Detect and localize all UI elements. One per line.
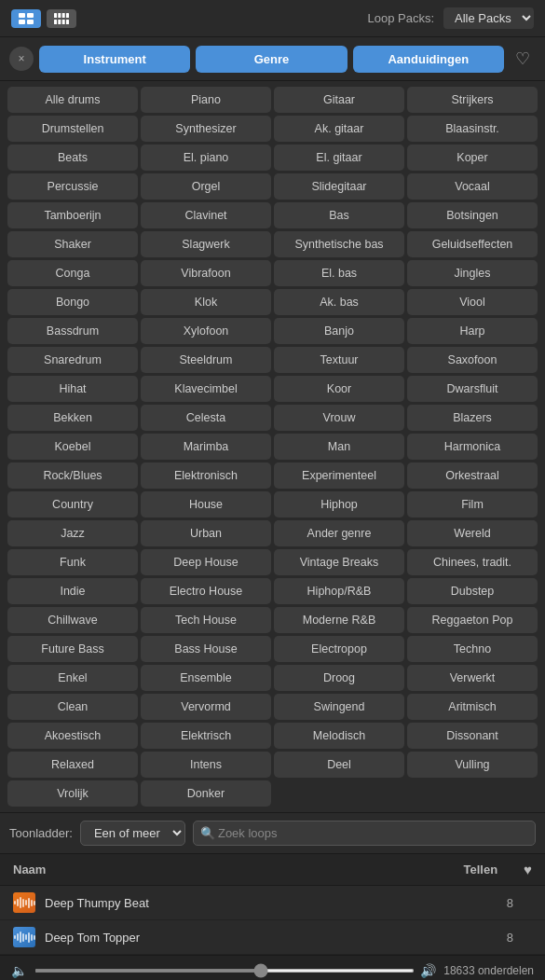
filter-btn-60[interactable]: Jazz <box>7 520 138 546</box>
filter-btn-36[interactable]: Snaredrum <box>7 347 138 373</box>
close-button[interactable]: × <box>9 47 34 71</box>
filter-btn-82[interactable]: Droog <box>274 665 404 691</box>
filter-btn-76[interactable]: Future Bass <box>7 636 138 662</box>
filter-btn-46[interactable]: Vrouw <box>274 405 404 431</box>
filter-btn-71[interactable]: Dubstep <box>407 578 538 604</box>
filter-btn-58[interactable]: Hiphop <box>274 491 404 518</box>
filter-btn-7[interactable]: Blaasinstr. <box>407 116 538 142</box>
filter-btn-24[interactable]: Conga <box>7 260 138 286</box>
filter-btn-94[interactable]: Deel <box>274 752 404 778</box>
volume-slider[interactable] <box>34 969 415 973</box>
filter-btn-51[interactable]: Harmonica <box>407 434 538 460</box>
filter-btn-21[interactable]: Slagwerk <box>141 231 271 257</box>
filter-btn-85[interactable]: Vervormd <box>141 694 271 720</box>
favorites-button[interactable]: ♡ <box>510 45 536 73</box>
filter-btn-8[interactable]: Beats <box>7 145 138 171</box>
filter-btn-75[interactable]: Reggaeton Pop <box>407 607 538 633</box>
filter-btn-48[interactable]: Koebel <box>7 434 138 460</box>
filter-btn-77[interactable]: Bass House <box>141 636 271 662</box>
volume-icon[interactable]: 🔊 <box>420 963 436 978</box>
view-grid-2-button[interactable] <box>11 9 41 28</box>
filter-btn-11[interactable]: Koper <box>407 145 538 171</box>
filter-btn-29[interactable]: Klok <box>141 289 271 315</box>
filter-btn-47[interactable]: Blazers <box>407 405 538 431</box>
filter-btn-35[interactable]: Harp <box>407 318 538 344</box>
scale-select[interactable]: Een of meer <box>80 821 185 846</box>
filter-btn-89[interactable]: Elektrisch <box>141 723 271 749</box>
filter-btn-28[interactable]: Bongo <box>7 289 138 315</box>
filter-btn-23[interactable]: Geluidseffecten <box>407 231 538 257</box>
filter-btn-9[interactable]: El. piano <box>141 145 271 171</box>
filter-btn-14[interactable]: Slidegitaar <box>274 173 404 200</box>
filter-btn-62[interactable]: Ander genre <box>274 520 404 546</box>
filter-btn-96[interactable]: Vrolijk <box>7 780 138 807</box>
filter-btn-38[interactable]: Textuur <box>274 347 404 373</box>
view-grid-4-button[interactable] <box>47 9 76 28</box>
filter-btn-37[interactable]: Steeldrum <box>141 347 271 373</box>
filter-btn-53[interactable]: Elektronisch <box>141 462 271 489</box>
filter-btn-84[interactable]: Clean <box>7 694 138 720</box>
filter-btn-34[interactable]: Banjo <box>274 318 404 344</box>
filter-btn-73[interactable]: Tech House <box>141 607 271 633</box>
filter-btn-15[interactable]: Vocaal <box>407 173 538 200</box>
filter-btn-74[interactable]: Moderne R&B <box>274 607 404 633</box>
filter-btn-2[interactable]: Gitaar <box>274 87 404 113</box>
filter-btn-97[interactable]: Donker <box>141 780 271 807</box>
filter-btn-79[interactable]: Techno <box>407 636 538 662</box>
filter-btn-80[interactable]: Enkel <box>7 665 138 691</box>
filter-btn-43[interactable]: Dwarsfluit <box>407 376 538 402</box>
filter-btn-1[interactable]: Piano <box>141 87 271 113</box>
filter-btn-83[interactable]: Verwerkt <box>407 665 538 691</box>
filter-btn-19[interactable]: Botsingen <box>407 202 538 228</box>
filter-btn-86[interactable]: Swingend <box>274 694 404 720</box>
filter-btn-41[interactable]: Klavecimbel <box>141 376 271 402</box>
filter-btn-18[interactable]: Bas <box>274 202 404 228</box>
filter-btn-55[interactable]: Orkestraal <box>407 462 538 489</box>
filter-btn-50[interactable]: Man <box>274 434 404 460</box>
tab-aanduidingen[interactable]: Aanduidingen <box>353 46 504 73</box>
filter-btn-93[interactable]: Intens <box>141 752 271 778</box>
filter-btn-87[interactable]: Aritmisch <box>407 694 538 720</box>
loop-packs-select[interactable]: Alle Packs <box>443 7 534 29</box>
filter-btn-49[interactable]: Marimba <box>141 434 271 460</box>
filter-btn-39[interactable]: Saxofoon <box>407 347 538 373</box>
filter-btn-10[interactable]: El. gitaar <box>274 145 404 171</box>
filter-btn-20[interactable]: Shaker <box>7 231 138 257</box>
filter-btn-68[interactable]: Indie <box>7 578 138 604</box>
filter-btn-13[interactable]: Orgel <box>141 173 271 200</box>
filter-btn-16[interactable]: Tamboerijn <box>7 202 138 228</box>
filter-btn-27[interactable]: Jingles <box>407 260 538 286</box>
filter-btn-81[interactable]: Ensemble <box>141 665 271 691</box>
filter-btn-56[interactable]: Country <box>7 491 138 518</box>
filter-btn-3[interactable]: Strijkers <box>407 87 538 113</box>
filter-btn-26[interactable]: El. bas <box>274 260 404 286</box>
filter-btn-67[interactable]: Chinees, tradit. <box>407 549 538 575</box>
filter-btn-44[interactable]: Bekken <box>7 405 138 431</box>
tab-instrument[interactable]: Instrument <box>39 46 190 73</box>
mute-icon[interactable]: 🔈 <box>11 963 27 978</box>
filter-btn-95[interactable]: Vulling <box>407 752 538 778</box>
filter-btn-91[interactable]: Dissonant <box>407 723 538 749</box>
list-item[interactable]: Deep Thumpy Beat8 <box>0 886 545 920</box>
filter-btn-40[interactable]: Hihat <box>7 376 138 402</box>
filter-btn-70[interactable]: Hiphop/R&B <box>274 578 404 604</box>
filter-btn-12[interactable]: Percussie <box>7 173 138 200</box>
filter-btn-54[interactable]: Experimenteel <box>274 462 404 489</box>
filter-btn-30[interactable]: Ak. bas <box>274 289 404 315</box>
filter-btn-31[interactable]: Viool <box>407 289 538 315</box>
filter-btn-59[interactable]: Film <box>407 491 538 518</box>
filter-btn-17[interactable]: Clavinet <box>141 202 271 228</box>
filter-btn-92[interactable]: Relaxed <box>7 752 138 778</box>
filter-btn-25[interactable]: Vibrafoon <box>141 260 271 286</box>
filter-btn-78[interactable]: Electropop <box>274 636 404 662</box>
filter-btn-61[interactable]: Urban <box>141 520 271 546</box>
filter-btn-33[interactable]: Xylofoon <box>141 318 271 344</box>
filter-btn-69[interactable]: Electro House <box>141 578 271 604</box>
filter-btn-5[interactable]: Synthesizer <box>141 116 271 142</box>
filter-btn-90[interactable]: Melodisch <box>274 723 404 749</box>
filter-btn-52[interactable]: Rock/Blues <box>7 462 138 489</box>
filter-btn-72[interactable]: Chillwave <box>7 607 138 633</box>
filter-btn-65[interactable]: Deep House <box>141 549 271 575</box>
filter-btn-22[interactable]: Synthetische bas <box>274 231 404 257</box>
filter-btn-6[interactable]: Ak. gitaar <box>274 116 404 142</box>
